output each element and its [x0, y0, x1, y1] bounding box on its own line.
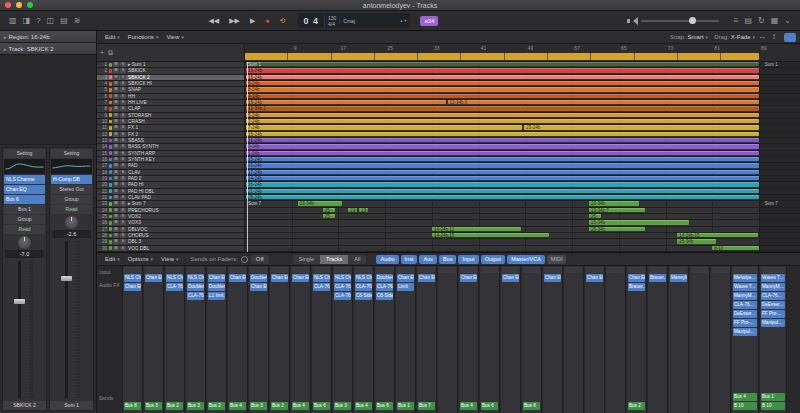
plugin-slot[interactable]: Manipul...	[761, 319, 785, 327]
mixer-strip[interactable]: NLS Ch...Chan EQBus 8	[123, 266, 143, 413]
plugin-slot[interactable]: MannyM...	[733, 292, 757, 300]
send-slot[interactable]: Bus 8	[523, 402, 540, 410]
mixer-strip[interactable]: Doubler...CLA-76...C6-Side...Bus 6	[375, 266, 395, 413]
send-slot[interactable]: Bus 3	[145, 402, 162, 410]
solo-button[interactable]: S	[120, 81, 126, 86]
strip-input-slot[interactable]	[691, 267, 708, 273]
mixer-strip[interactable]: Chan EQBus 2	[270, 266, 290, 413]
track-header[interactable]: 18MSCLAV	[97, 170, 245, 175]
region[interactable]: 8-24b	[246, 87, 759, 91]
send-slot[interactable]: Bus 4	[460, 402, 477, 410]
send-slot[interactable]: Bus 1	[397, 402, 414, 410]
mute-button[interactable]: M	[113, 144, 119, 149]
region[interactable]: 25-	[323, 208, 335, 212]
region[interactable]: 21-24b	[246, 189, 759, 193]
plugin-slot[interactable]: DeEsser...	[761, 301, 785, 309]
mixer-strip[interactable]: Chan EQ	[501, 266, 521, 413]
strip-input-slot[interactable]	[292, 267, 309, 273]
plugin-slot[interactable]: CLA-76...	[733, 301, 757, 309]
mixer-strip[interactable]: Bus 8	[522, 266, 542, 413]
solo-button[interactable]: S	[120, 201, 126, 206]
region[interactable]: 5-24b	[246, 113, 759, 117]
track-header[interactable]: 1MS▸ Sum 1	[97, 62, 245, 67]
send-slot[interactable]: Bus 6	[4, 195, 45, 204]
view-segment-all[interactable]: All	[348, 255, 366, 264]
filter-output[interactable]: Output	[481, 255, 506, 264]
solo-button[interactable]: S	[120, 151, 126, 156]
forward-button[interactable]: ▶▶	[224, 14, 245, 28]
disclosure-triangle-icon[interactable]: ▸	[4, 34, 7, 40]
menu-edit[interactable]: Edit▾	[101, 34, 124, 40]
filter-audio[interactable]: Audio	[376, 255, 398, 264]
region[interactable]: 7-24b	[246, 119, 759, 123]
plugin-slot[interactable]: H-Comp DB	[51, 175, 92, 184]
track-header[interactable]: 23MS▸ Sum 7	[97, 201, 245, 206]
track-lane[interactable]: 17-24b	[245, 170, 800, 175]
track-header[interactable]: 4MSSBKICK HI	[97, 81, 245, 86]
region[interactable]: 23-34b	[589, 201, 639, 205]
track-lane[interactable]: 25-34b	[245, 220, 800, 225]
strip-input-slot[interactable]	[439, 267, 456, 273]
mute-button[interactable]: M	[113, 138, 119, 143]
region[interactable]: 3-24b	[246, 144, 759, 148]
bar-ruler[interactable]: 917253341495765738189	[245, 44, 800, 61]
pan-knob[interactable]	[18, 236, 31, 249]
track-header[interactable]: 5MSSNAP	[97, 87, 245, 92]
mute-button[interactable]: M	[113, 195, 119, 200]
plugin-slot[interactable]: Chan EQ	[292, 274, 309, 282]
track-lane[interactable]: 7-24b	[245, 119, 800, 124]
track-lane[interactable]: 8-10	[245, 246, 800, 251]
view-segment-single[interactable]: Single	[293, 255, 320, 264]
solo-button[interactable]: S	[120, 220, 126, 225]
mixer-strip[interactable]: Chan EQBus 7	[417, 266, 437, 413]
strip-input-slot[interactable]	[607, 267, 624, 273]
mute-button[interactable]: M	[113, 239, 119, 244]
filter-aux[interactable]: Aux	[419, 255, 436, 264]
track-lane[interactable]: 7-24b23-24b	[245, 125, 800, 130]
duplicate-track-button[interactable]: ⧉	[108, 49, 113, 57]
filter-bus[interactable]: Bus	[439, 255, 456, 264]
playhead[interactable]	[247, 62, 248, 252]
solo-button[interactable]: S	[120, 208, 126, 213]
send-slot[interactable]: Bus 6	[481, 402, 498, 410]
mixer-strip[interactable]	[606, 266, 626, 413]
solo-button[interactable]: S	[120, 239, 126, 244]
menu-options[interactable]: Options▾	[124, 256, 157, 262]
note-pads-icon[interactable]: ▤	[741, 15, 755, 27]
mixer-strip[interactable]: Chan EQBus 4	[459, 266, 479, 413]
mixer-strip[interactable]	[711, 266, 731, 413]
automation-mode-button[interactable]: Read	[4, 225, 45, 234]
track-lane[interactable]: 25-23-23-23-34b.7	[245, 208, 800, 213]
solo-button[interactable]: S	[120, 214, 126, 219]
region[interactable]: 14-24b.15	[432, 233, 549, 237]
track-header[interactable]: 26MSVOX3	[97, 220, 245, 225]
strip-input-slot[interactable]	[544, 267, 561, 273]
lcd-display[interactable]: 0 4 130 4/4 Cmaj ▲▼	[298, 13, 410, 28]
track-header[interactable]: 25MSVOX2	[97, 214, 245, 219]
eq-thumbnail[interactable]	[51, 159, 92, 174]
mute-button[interactable]: M	[113, 246, 119, 251]
strip-input-slot[interactable]	[271, 267, 288, 273]
filter-inst[interactable]: Inst	[401, 255, 418, 264]
region[interactable]: 23-	[348, 208, 357, 212]
track-lane[interactable]: 14-24b	[245, 176, 800, 181]
plugin-slot[interactable]: Chan EQ	[145, 274, 162, 282]
track-lane[interactable]: 25-25-	[245, 214, 800, 219]
solo-button[interactable]: S	[120, 227, 126, 232]
plugin-slot[interactable]: Manipul...	[733, 328, 757, 336]
volume-knob[interactable]	[689, 17, 696, 24]
solo-button[interactable]: S	[120, 176, 126, 181]
region[interactable]: 16-24b	[246, 132, 759, 136]
plugin-slot[interactable]: CLA-76...	[355, 283, 372, 291]
mute-button[interactable]: M	[113, 113, 119, 118]
solo-button[interactable]: S	[120, 68, 126, 73]
plugin-slot[interactable]: NLS Ch...	[334, 274, 351, 282]
send-slot[interactable]: Bus 2	[166, 402, 183, 410]
plugin-slot[interactable]: Chan EQ	[502, 274, 519, 282]
plugin-slot[interactable]: DeEsser...	[733, 310, 757, 318]
plugin-slot[interactable]: Melodye...	[733, 274, 757, 282]
loop-browser-icon[interactable]: ↻	[755, 15, 768, 27]
plugin-slot[interactable]: Brauer...	[628, 283, 645, 291]
mixer-strip[interactable]	[564, 266, 584, 413]
region[interactable]: Sum 7	[763, 201, 796, 205]
